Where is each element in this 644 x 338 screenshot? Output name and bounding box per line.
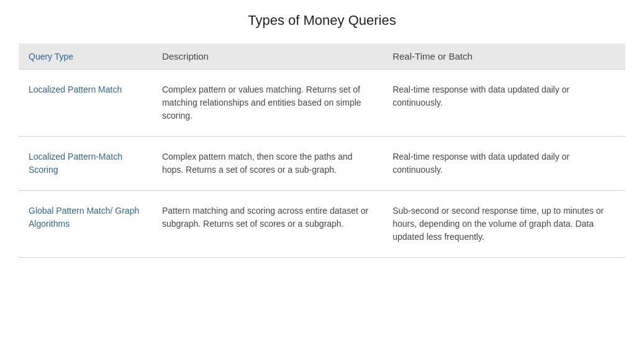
- cell-type-1: Localized Pattern-Match Scoring: [19, 137, 152, 191]
- header-query-type: Query Type: [19, 43, 152, 70]
- table-row: Global Pattern Match/ Graph AlgorithmsPa…: [19, 191, 625, 258]
- cell-description-1: Complex pattern match, then score the pa…: [152, 137, 383, 191]
- table-row: Localized Pattern-Match ScoringComplex p…: [19, 137, 625, 191]
- header-timing: Real-Time or Batch: [383, 43, 625, 70]
- page-title: Types of Money Queries: [19, 12, 625, 29]
- cell-type-0: Localized Pattern Match: [19, 70, 152, 137]
- cell-type-2: Global Pattern Match/ Graph Algorithms: [19, 191, 152, 258]
- queries-table: Query Type Description Real-Time or Batc…: [19, 43, 625, 258]
- cell-timing-1: Real-time response with data updated dai…: [383, 137, 625, 191]
- cell-description-2: Pattern matching and scoring across enti…: [152, 191, 383, 258]
- header-description: Description: [152, 43, 383, 70]
- table-header-row: Query Type Description Real-Time or Batc…: [19, 43, 625, 70]
- table-row: Localized Pattern MatchComplex pattern o…: [19, 70, 625, 137]
- cell-timing-0: Real-time response with data updated dai…: [383, 70, 625, 137]
- cell-timing-2: Sub-second or second response time, up t…: [383, 191, 625, 258]
- cell-description-0: Complex pattern or values matching. Retu…: [152, 70, 383, 137]
